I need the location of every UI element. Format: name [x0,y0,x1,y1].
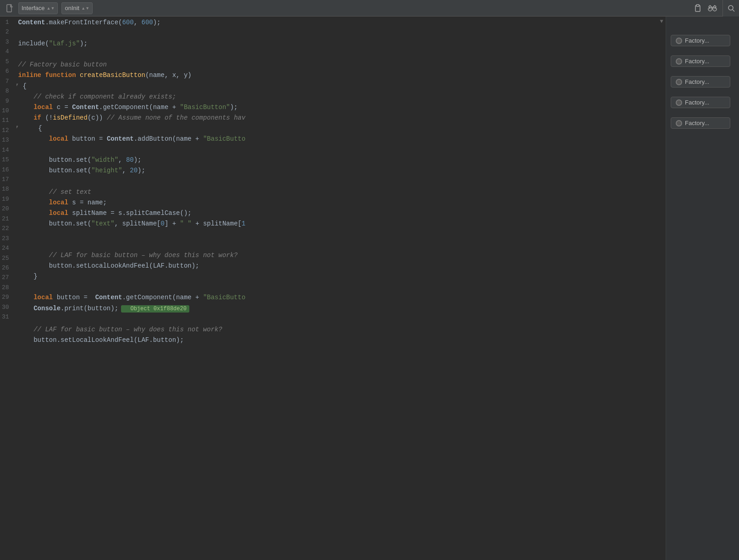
line-number: 16 [2,165,13,175]
line-number: 8 [2,86,13,96]
line-number: 19 [2,194,13,204]
scroll-down-arrow[interactable]: ▼ [658,16,665,27]
code-token: // LAF for basic button – why does this … [49,252,238,259]
code-token: ); [134,156,142,164]
line-number: 23 [2,234,13,243]
line-number: 12 [2,126,13,135]
code-token: , [122,167,130,174]
code-token [18,273,34,280]
code-token [18,220,49,227]
code-line: local c = Content.getComponent(name + "B… [17,102,657,113]
code-line [17,240,657,250]
code-token: local [49,135,72,143]
line-number: 5 [2,57,13,66]
code-token: local [33,294,56,301]
code-line: button.set("text", splitName[0] + " " + … [17,219,657,229]
code-line: // check if component already exists; [17,92,657,102]
code-token: c = [57,104,72,111]
code-line: include("Laf.js"); [17,38,657,49]
fold-icon[interactable]: ▼ [17,82,18,89]
search-button[interactable] [722,0,739,16]
code-token: } [33,273,37,280]
line-number: 11 [2,115,13,125]
code-line [17,282,657,292]
line-number: 13 [2,135,13,145]
code-editor[interactable]: 1234567891011121314151617181920212223242… [0,16,657,560]
code-token: .print(button); [61,305,118,312]
code-line: inline function createBasicButton(name, … [17,70,657,81]
code-token: if [33,114,45,121]
code-token: // LAF for basic button – why does this … [33,326,222,333]
code-token: , [118,156,126,164]
code-line: // LAF for basic button – why does this … [17,324,657,335]
code-token: button.set( [49,156,91,164]
line-number: 14 [2,145,13,155]
code-token [18,104,34,111]
code-token: .getComponent(name + [122,294,203,301]
right-sidebar: Factory...Factory...Factory...Factory...… [666,16,739,560]
code-line: local s = name; [17,198,657,208]
code-token: include( [18,40,49,47]
factory-button-label: Factory... [685,99,709,106]
factory-button-2[interactable]: Factory... [671,76,730,88]
line-number: 26 [2,263,13,273]
code-line: } [17,271,657,282]
code-token: button.set( [49,167,91,174]
factory-button-label: Factory... [685,120,709,126]
code-token: button.setLocalLookAndFeel(LAF.button); [49,262,199,269]
factory-dot-icon [676,38,682,44]
line-number: 29 [2,292,13,302]
code-token: "text" [91,220,114,227]
code-content[interactable]: Content.makeFrontInterface(600, 600); in… [17,16,657,560]
code-line: ▼{ [17,81,657,92]
code-token [18,252,49,259]
top-bar-left: Interface ▲▼ onInit ▲▼ [0,2,688,14]
top-bar: Interface ▲▼ onInit ▲▼ [0,0,739,16]
code-token: ); [153,19,161,26]
code-token: Content [95,294,122,301]
code-token: // check if component already exists; [33,93,176,100]
code-token: 0 [161,220,165,227]
copy-icon-btn[interactable] [691,2,704,14]
line-number: 6 [2,66,13,76]
line-number: 27 [2,273,13,282]
factory-button-label: Factory... [685,37,709,44]
code-token [18,262,49,269]
fold-icon[interactable]: ▼ [17,124,18,132]
code-line: local button = Content.addButton(name + … [17,134,657,144]
code-token [18,114,34,121]
code-token: Content [107,135,134,143]
code-token: isDefined [53,114,88,121]
binoculars-icon-btn[interactable] [706,2,719,14]
code-line: // set text [17,187,657,198]
factory-button-1[interactable]: Factory... [671,55,730,67]
factory-buttons-group: Factory...Factory...Factory...Factory...… [666,30,739,133]
main-content: 1234567891011121314151617181920212223242… [0,16,739,560]
interface-selector-arrow: ▲▼ [47,6,55,11]
factory-button-3[interactable]: Factory... [671,97,730,108]
code-token: button.set( [49,220,91,227]
code-token: .getComponent(name + [99,104,180,111]
line-number: 25 [2,253,13,263]
code-token [18,188,49,196]
code-token: 600 [141,19,153,26]
line-number: 22 [2,224,13,233]
code-token: "BasicButton" [180,104,230,111]
code-token: "BasicButto [203,294,245,301]
line-number: 4 [2,47,13,56]
code-token: 600 [122,19,133,26]
code-token: local [33,104,56,111]
factory-button-4[interactable]: Factory... [671,117,730,129]
factory-button-label: Factory... [685,78,709,85]
line-number: 31 [2,312,13,322]
code-line: button.set("height", 20); [17,165,657,176]
code-token [18,199,49,206]
scroll-area: ▼ [657,16,666,560]
code-token: Content [72,104,99,111]
code-token [18,336,34,344]
interface-selector[interactable]: Interface ▲▼ [18,2,58,14]
code-token: button.setLocalLookAndFeel(LAF.button); [33,336,184,344]
oninit-selector[interactable]: onInit ▲▼ [61,2,93,14]
factory-button-0[interactable]: Factory... [671,35,730,46]
line-number: 24 [2,243,13,253]
